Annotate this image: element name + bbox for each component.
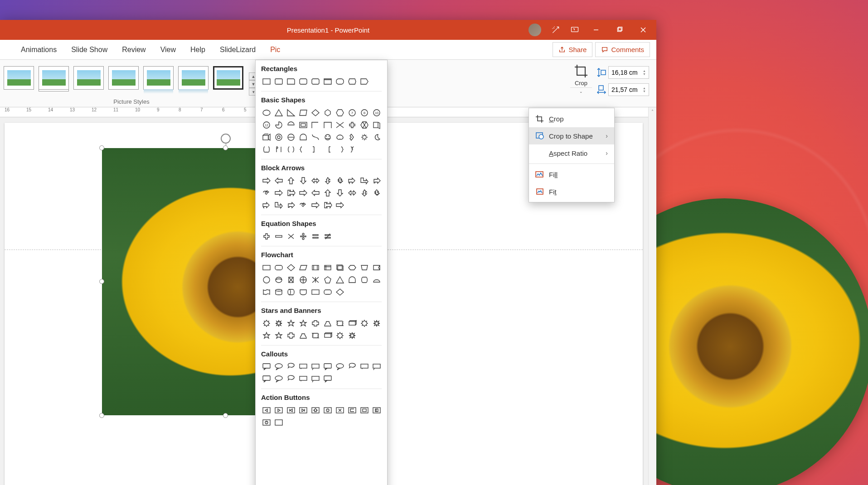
shape-star-17[interactable] (347, 330, 357, 341)
tab-picture-format[interactable]: Pic (263, 40, 287, 60)
shape-call-12[interactable] (286, 374, 296, 384)
shape-flow-0[interactable] (261, 262, 272, 273)
shape-basic-9[interactable]: 10 (371, 107, 382, 118)
style-thumb-2[interactable] (39, 66, 69, 90)
shape-call-9[interactable] (371, 361, 382, 372)
shape-call-11[interactable] (273, 374, 284, 384)
shape-rect-5[interactable] (322, 76, 333, 86)
shape-flow-15[interactable] (322, 274, 333, 285)
shape-basic-15[interactable] (322, 120, 333, 130)
shape-basic-35[interactable] (322, 144, 333, 154)
shape-arrow-3[interactable] (298, 175, 308, 186)
share-button[interactable]: Share (553, 42, 592, 57)
shape-flow-10[interactable] (261, 274, 272, 285)
shape-arrow-5[interactable] (322, 175, 333, 186)
style-thumb-5[interactable] (143, 66, 174, 90)
shape-rect-4[interactable] (310, 76, 320, 86)
shape-flow-18[interactable] (359, 274, 369, 285)
shape-rect-7[interactable] (347, 76, 357, 86)
shape-basic-21[interactable] (273, 132, 284, 142)
user-avatar[interactable] (529, 24, 541, 36)
shape-act-0[interactable] (261, 405, 272, 415)
shape-basic-24[interactable] (310, 132, 320, 142)
shape-rect-2[interactable] (286, 76, 296, 86)
shape-flow-6[interactable] (335, 262, 345, 273)
present-mode-icon[interactable] (566, 20, 584, 40)
shape-basic-36[interactable] (335, 144, 345, 154)
shape-star-4[interactable] (310, 318, 320, 328)
shape-call-15[interactable] (322, 374, 333, 384)
shape-basic-7[interactable]: 7 (347, 107, 357, 118)
style-thumb-7[interactable] (213, 66, 243, 90)
shape-arrow-17[interactable] (347, 187, 357, 198)
shape-basic-12[interactable] (286, 120, 296, 130)
shape-flow-26[interactable] (335, 287, 345, 297)
shape-star-10[interactable] (261, 330, 272, 341)
shape-star-15[interactable] (322, 330, 333, 341)
shape-star-8[interactable] (359, 318, 369, 328)
tab-review[interactable]: Review (115, 40, 153, 60)
shape-arrow-8[interactable] (359, 175, 369, 186)
shape-flow-4[interactable] (310, 262, 320, 273)
crop-button[interactable]: Crop ⌄ (570, 63, 592, 94)
shape-call-7[interactable] (347, 361, 357, 372)
shape-call-3[interactable] (298, 361, 308, 372)
minimize-button[interactable] (585, 20, 607, 40)
shape-flow-19[interactable] (371, 274, 382, 285)
style-thumb-1[interactable] (4, 66, 34, 90)
shape-arrow-24[interactable] (310, 200, 320, 210)
shape-act-4[interactable] (310, 405, 320, 415)
shape-star-16[interactable] (335, 330, 345, 341)
shape-act-9[interactable] (371, 405, 382, 415)
shape-call-8[interactable] (359, 361, 369, 372)
shape-eq-4[interactable] (310, 231, 320, 241)
shape-act-5[interactable]: i (322, 405, 333, 415)
shape-act-8[interactable] (359, 405, 369, 415)
tab-slidelizard[interactable]: SlideLizard (213, 40, 263, 60)
tab-help[interactable]: Help (183, 40, 213, 60)
shape-flow-8[interactable] (359, 262, 369, 273)
shape-star-1[interactable] (273, 318, 284, 328)
shape-rect-8[interactable] (359, 76, 369, 86)
shape-flow-21[interactable] (273, 287, 284, 297)
shape-basic-4[interactable] (310, 107, 320, 118)
shape-basic-23[interactable] (298, 132, 308, 142)
resize-handle-sw[interactable] (99, 413, 104, 418)
shape-arrow-16[interactable] (335, 187, 345, 198)
shape-arrow-4[interactable] (310, 175, 320, 186)
shape-basic-0[interactable] (261, 107, 272, 118)
style-thumb-6[interactable] (178, 66, 209, 90)
tab-animations[interactable]: Animations (14, 40, 64, 60)
shape-basic-29[interactable] (371, 132, 382, 142)
shape-call-6[interactable] (335, 361, 345, 372)
shape-basic-11[interactable] (273, 120, 284, 130)
shape-basic-8[interactable]: 8 (359, 107, 369, 118)
shape-call-10[interactable] (261, 374, 272, 384)
shape-arrow-26[interactable] (335, 200, 345, 210)
shape-arrow-12[interactable] (286, 187, 296, 198)
shape-act-10[interactable]: ? (261, 417, 272, 427)
shape-star-13[interactable] (298, 330, 308, 341)
shape-flow-22[interactable] (286, 287, 296, 297)
resize-handle-s[interactable] (223, 413, 228, 418)
shape-flow-5[interactable] (322, 262, 333, 273)
shape-flow-16[interactable] (335, 274, 345, 285)
shape-flow-7[interactable] (347, 262, 357, 273)
shape-basic-3[interactable] (298, 107, 308, 118)
height-input[interactable]: 16,18 cm ▲▼ (608, 66, 649, 79)
resize-handle-w[interactable] (99, 279, 104, 284)
shape-flow-20[interactable] (261, 287, 272, 297)
shape-arrow-22[interactable] (286, 200, 296, 210)
shape-arrow-10[interactable] (261, 187, 272, 198)
shape-arrow-11[interactable] (273, 187, 284, 198)
vertical-scrollbar[interactable]: ˄ (648, 107, 656, 485)
shape-basic-34[interactable] (310, 144, 320, 154)
crop-menu-fit[interactable]: Fit (529, 183, 614, 200)
shape-flow-3[interactable] (298, 262, 308, 273)
shape-flow-17[interactable] (347, 274, 357, 285)
shape-star-5[interactable] (322, 318, 333, 328)
shape-basic-30[interactable] (261, 144, 272, 154)
shape-basic-20[interactable] (261, 132, 272, 142)
shape-call-14[interactable] (310, 374, 320, 384)
scroll-up-button[interactable]: ˄ (649, 107, 656, 115)
